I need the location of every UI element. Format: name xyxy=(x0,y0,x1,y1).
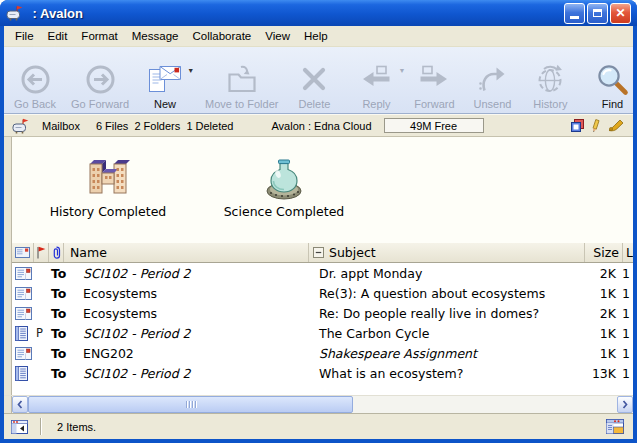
move-to-folder-button[interactable]: Move to Folder xyxy=(198,47,285,113)
header-size[interactable]: Size xyxy=(584,243,622,262)
minimize-button[interactable] xyxy=(564,3,585,24)
pen-icon[interactable] xyxy=(607,119,624,132)
toolbar-group: ▼ReplyForwardUnsendHistory xyxy=(347,47,579,113)
toolbar-button-label: Unsend xyxy=(473,98,511,110)
science-completed-item[interactable]: Science Completed xyxy=(214,153,354,219)
row-flag: P xyxy=(36,326,51,340)
header-flag-icon[interactable] xyxy=(34,243,49,262)
scroll-right-button[interactable] xyxy=(617,396,633,413)
message-row[interactable]: ToENG202Shakespeare Assignment1K1 xyxy=(12,343,633,363)
desktop-icon-label: History Completed xyxy=(50,204,167,219)
menu-bar: FileEditFormatMessageCollaborateViewHelp xyxy=(4,26,633,47)
close-icon: ✕ xyxy=(615,7,625,19)
row-direction: To xyxy=(51,266,83,281)
toolbar-group: Find xyxy=(583,47,633,113)
menu-item-help[interactable]: Help xyxy=(297,28,335,44)
unsend-button[interactable]: Unsend xyxy=(463,47,521,113)
header-subject[interactable]: Subject xyxy=(308,243,584,262)
minimize-icon xyxy=(570,16,579,19)
row-last-modified: 1 xyxy=(619,286,633,301)
row-direction: To xyxy=(51,286,83,301)
toolbar-button-label: Go Forward xyxy=(71,98,129,110)
menu-item-collaborate[interactable]: Collaborate xyxy=(185,28,258,44)
reply-icon xyxy=(359,62,393,96)
close-button[interactable]: ✕ xyxy=(610,3,631,24)
menu-item-format[interactable]: Format xyxy=(74,28,124,44)
row-last-modified: 1 xyxy=(619,346,633,361)
toolbar-group: Go BackGo Forward▼New xyxy=(6,47,194,113)
info-bar: Mailbox 6 Files 2 Folders 1 Deleted Aval… xyxy=(4,114,633,137)
scroll-left-button[interactable] xyxy=(12,396,28,413)
row-type-cell xyxy=(12,287,36,300)
row-subject: The Carbon Cycle xyxy=(313,326,578,341)
mail-icon xyxy=(15,287,32,300)
menu-item-file[interactable]: File xyxy=(8,28,41,44)
dropdown-arrow-icon[interactable]: ▼ xyxy=(187,67,194,74)
message-row[interactable]: ToSCI102 - Period 2Dr. appt Monday2K1 xyxy=(12,263,633,283)
mailbox-icon xyxy=(12,118,29,134)
statusbar-separator xyxy=(40,418,41,435)
menu-item-view[interactable]: View xyxy=(258,28,297,44)
document-icon xyxy=(15,366,28,381)
forward-icon xyxy=(417,62,451,96)
item-count-text: 2 Items. xyxy=(57,421,96,433)
reply-button[interactable]: ▼Reply xyxy=(347,47,405,113)
menu-item-message[interactable]: Message xyxy=(125,28,186,44)
stack-icon[interactable] xyxy=(571,119,584,132)
app-window: : Avalon ✕ FileEditFormatMessageCollabor… xyxy=(0,0,637,443)
maximize-icon xyxy=(593,9,602,17)
row-name: Ecosystems xyxy=(83,306,313,321)
split-strip[interactable] xyxy=(4,137,12,395)
unsend-icon xyxy=(477,62,507,96)
message-list: ToSCI102 - Period 2Dr. appt Monday2K1ToE… xyxy=(12,263,633,395)
find-button[interactable]: Find xyxy=(583,47,633,113)
mail-icon xyxy=(15,267,32,280)
header-paperclip-icon[interactable] xyxy=(49,243,64,262)
row-name: SCI102 - Period 2 xyxy=(83,326,313,341)
row-name: SCI102 - Period 2 xyxy=(83,366,313,381)
desktop-icon-label: Science Completed xyxy=(224,204,345,219)
go-back-button[interactable]: Go Back xyxy=(6,47,64,113)
layout-icon[interactable] xyxy=(606,419,624,434)
history-button[interactable]: History xyxy=(521,47,579,113)
delete-button[interactable]: Delete xyxy=(285,47,343,113)
header-name[interactable]: Name xyxy=(64,243,308,262)
new-button[interactable]: ▼New xyxy=(136,47,194,113)
menu-item-edit[interactable]: Edit xyxy=(41,28,75,44)
pencil-icon[interactable] xyxy=(590,119,601,133)
collapse-minus-icon[interactable] xyxy=(313,247,324,258)
go-forward-icon xyxy=(85,62,116,96)
find-icon xyxy=(596,62,629,96)
item-counts: 6 Files 2 Folders 1 Deleted xyxy=(96,120,234,132)
toolbar: Go BackGo Forward▼NewMove to FolderDelet… xyxy=(4,47,633,114)
forward-button[interactable]: Forward xyxy=(405,47,463,113)
message-row[interactable]: ToEcosystemsRe: Do people really live in… xyxy=(12,303,633,323)
go-forward-button[interactable]: Go Forward xyxy=(64,47,136,113)
message-row[interactable]: ToSCI102 - Period 2What is an ecosystem?… xyxy=(12,363,633,383)
history-completed-item[interactable]: History Completed xyxy=(38,153,178,219)
row-type-cell xyxy=(12,267,36,280)
dropdown-arrow-icon[interactable]: ▼ xyxy=(399,67,406,74)
header-last-modified[interactable]: Last Modified xyxy=(622,243,633,262)
maximize-button[interactable] xyxy=(587,3,608,24)
row-direction: To xyxy=(51,306,83,321)
mailbox-icon xyxy=(6,5,24,21)
row-direction: To xyxy=(51,346,83,361)
row-size: 1K xyxy=(578,346,619,361)
header-envelope-icon[interactable] xyxy=(12,243,34,262)
pane-toggle-icon[interactable] xyxy=(11,420,28,434)
scrollbar-thumb[interactable] xyxy=(28,396,353,413)
message-row[interactable]: PToSCI102 - Period 2The Carbon Cycle1K1 xyxy=(12,323,633,343)
row-name: Ecosystems xyxy=(83,286,313,301)
row-type-cell xyxy=(12,366,36,381)
row-subject: Dr. appt Monday xyxy=(313,266,578,281)
mail-icon xyxy=(15,347,32,360)
history-icon xyxy=(535,62,565,96)
scrollbar-track[interactable] xyxy=(28,396,617,413)
window-frame: FileEditFormatMessageCollaborateViewHelp… xyxy=(4,26,633,439)
toolbar-button-label: Move to Folder xyxy=(205,98,278,110)
folder-name: Mailbox xyxy=(42,120,80,132)
message-row[interactable]: ToEcosystemsRe(3): A question about ecos… xyxy=(12,283,633,303)
row-name: ENG202 xyxy=(83,346,313,361)
toolbar-button-label: History xyxy=(533,98,567,110)
